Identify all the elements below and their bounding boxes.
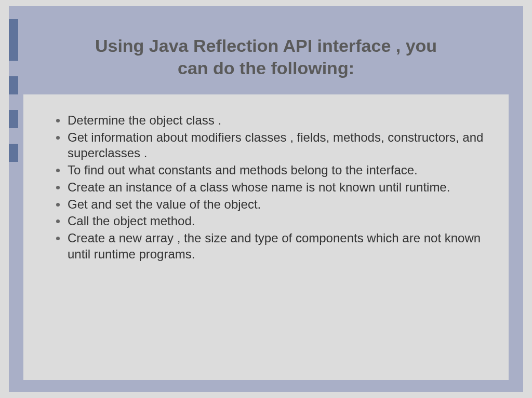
side-bar-segment <box>9 110 18 128</box>
bullet-list: Determine the object class . Get informa… <box>42 113 490 262</box>
title-line-1: Using Java Reflection API interface , yo… <box>95 36 437 56</box>
title-area: Using Java Reflection API interface , yo… <box>9 6 523 94</box>
list-item: Call the object method. <box>56 213 490 229</box>
side-bar-segment <box>9 144 18 162</box>
side-bar-segment <box>9 19 18 61</box>
list-item: Create an instance of a class whose name… <box>56 180 490 196</box>
list-item: Determine the object class . <box>56 113 490 129</box>
content-area: Determine the object class . Get informa… <box>23 94 509 380</box>
slide-container: Using Java Reflection API interface , yo… <box>9 6 523 392</box>
list-item: To find out what constants and methods b… <box>56 162 490 179</box>
side-bar-segment <box>9 76 18 94</box>
slide-title: Using Java Reflection API interface , yo… <box>40 35 492 79</box>
list-item: Create a new array , the size and type o… <box>56 230 490 262</box>
list-item: Get and set the value of the object. <box>56 197 490 213</box>
title-line-2: can do the following: <box>178 58 354 78</box>
decorative-side-bars <box>9 6 22 392</box>
list-item: Get information about modifiers classes … <box>56 130 490 161</box>
